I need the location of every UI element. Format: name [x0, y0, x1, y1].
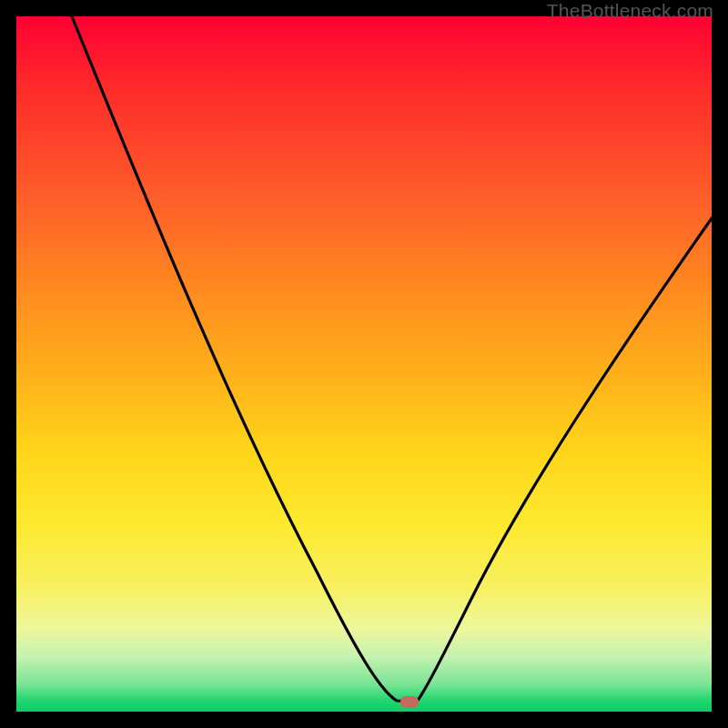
bottleneck-curve: [72, 16, 712, 702]
curve-svg: [16, 16, 712, 712]
min-marker: [400, 696, 419, 708]
plot-area: [16, 16, 712, 712]
chart-frame: TheBottleneck.com: [0, 0, 728, 728]
attribution-text: TheBottleneck.com: [547, 0, 713, 22]
